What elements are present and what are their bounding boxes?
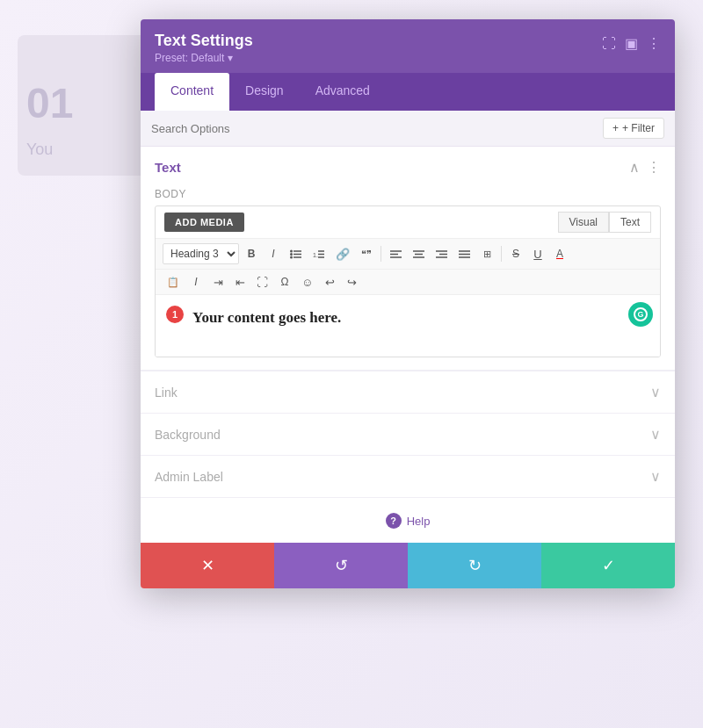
link-chevron-icon: ∨ — [650, 384, 661, 400]
expand-icon[interactable]: ⛶ — [602, 36, 616, 52]
modal-title-group: Text Settings Preset: Default ▾ — [155, 32, 253, 64]
font-color-button[interactable]: A — [550, 244, 569, 263]
filter-button[interactable]: + + Filter — [603, 118, 664, 139]
text-settings-modal: Text Settings Preset: Default ▾ ⛶ ▣ ⋮ Co… — [141, 19, 675, 588]
emoji-button[interactable]: ☺ — [297, 272, 317, 292]
special-chars-button[interactable]: Ω — [275, 272, 294, 292]
bg-number: 01 — [26, 79, 73, 127]
section-more-icon[interactable]: ⋮ — [647, 159, 661, 176]
link-button[interactable]: 🔗 — [331, 244, 354, 263]
background-chevron-icon: ∨ — [650, 426, 661, 443]
table-button[interactable]: ⊞ — [477, 244, 496, 263]
section-title: Text — [155, 160, 181, 175]
bold-button[interactable]: B — [242, 244, 261, 263]
background-label: Background — [155, 428, 221, 442]
editor-toolbar-row2: 📋 I ⇥ ⇤ ⛶ Ω ☺ ↩ ↪ — [156, 270, 660, 295]
help-section: ? Help — [141, 497, 675, 543]
editor-toolbar-row1: Heading 3 Heading 1 Heading 2 Paragraph … — [156, 239, 660, 270]
redo-footer-button[interactable]: ↻ — [408, 543, 541, 588]
modal-footer: ✕ ↺ ↻ ✓ — [141, 543, 675, 588]
search-bar: + + Filter — [141, 111, 675, 147]
blockquote-button[interactable]: ❝❞ — [357, 244, 376, 263]
help-button[interactable]: ? Help — [386, 513, 431, 529]
section-header-icons: ∧ ⋮ — [629, 159, 661, 176]
save-button[interactable]: ✓ — [541, 543, 675, 588]
admin-chevron-icon: ∨ — [650, 468, 661, 485]
toolbar-sep2 — [501, 246, 502, 262]
search-input[interactable] — [151, 122, 603, 135]
strikethrough-button[interactable]: S — [506, 244, 525, 263]
admin-label-section[interactable]: Admin Label ∨ — [141, 455, 675, 497]
tab-content[interactable]: Content — [155, 73, 229, 111]
paste-text-button[interactable]: 📋 — [163, 272, 184, 292]
italic-button[interactable]: I — [264, 244, 283, 263]
tab-advanced[interactable]: Advanced — [300, 73, 386, 111]
view-toggle: Visual Text — [558, 212, 651, 233]
admin-label: Admin Label — [155, 470, 223, 484]
modal-preset[interactable]: Preset: Default ▾ — [155, 52, 253, 64]
text-view-button[interactable]: Text — [609, 212, 651, 233]
modal-header: Text Settings Preset: Default ▾ ⛶ ▣ ⋮ — [141, 19, 675, 73]
bg-text: You — [26, 141, 53, 159]
svg-point-4 — [290, 256, 293, 258]
svg-point-2 — [290, 253, 293, 256]
fullscreen-button[interactable]: ⛶ — [252, 272, 272, 292]
heading-select[interactable]: Heading 3 Heading 1 Heading 2 Paragraph — [163, 243, 239, 264]
outdent-button[interactable]: ⇤ — [230, 272, 250, 292]
modal-title: Text Settings — [155, 32, 253, 50]
align-center-button[interactable] — [409, 244, 429, 263]
help-label: Help — [407, 515, 431, 528]
filter-label: + Filter — [622, 122, 655, 134]
visual-view-button[interactable]: Visual — [558, 212, 609, 233]
body-label: Body — [141, 188, 675, 205]
cancel-button[interactable]: ✕ — [141, 543, 274, 588]
columns-icon[interactable]: ▣ — [625, 35, 638, 52]
svg-text:1.: 1. — [313, 252, 318, 258]
add-media-button[interactable]: ADD MEDIA — [164, 213, 244, 232]
editor-content[interactable]: 1 Your content goes here. G — [156, 295, 660, 357]
grammarly-button[interactable]: G — [628, 302, 653, 327]
section-header: Text ∧ ⋮ — [141, 147, 675, 188]
filter-plus-icon: + — [612, 122, 619, 134]
text-section: Text ∧ ⋮ Body ADD MEDIA Visual Text — [141, 147, 675, 371]
justify-button[interactable] — [454, 244, 475, 263]
indent-button[interactable]: ⇥ — [208, 272, 228, 292]
background-section[interactable]: Background ∨ — [141, 413, 675, 455]
ordered-list-button[interactable]: 1. — [308, 244, 329, 263]
editor-top-bar: ADD MEDIA Visual Text — [156, 206, 660, 239]
tab-design[interactable]: Design — [229, 73, 300, 111]
more-icon[interactable]: ⋮ — [647, 35, 661, 52]
svg-point-0 — [290, 249, 293, 252]
grammarly-icon: G — [634, 307, 648, 321]
link-label: Link — [155, 386, 178, 400]
modal-tabs: Content Design Advanced — [141, 73, 675, 111]
editor-container: ADD MEDIA Visual Text Heading 3 Heading … — [155, 205, 661, 357]
undo-button[interactable]: ↩ — [320, 272, 339, 292]
link-section[interactable]: Link ∨ — [141, 371, 675, 413]
align-right-button[interactable] — [431, 244, 452, 263]
chevron-up-icon[interactable]: ∧ — [629, 159, 640, 176]
underline-button[interactable]: U — [528, 244, 547, 263]
redo-button[interactable]: ↪ — [342, 272, 361, 292]
unordered-list-button[interactable] — [286, 244, 306, 263]
toolbar-sep1 — [380, 246, 381, 262]
reset-button[interactable]: ↺ — [274, 543, 408, 588]
modal-header-icons: ⛶ ▣ ⋮ — [602, 35, 661, 52]
help-icon: ? — [386, 513, 402, 529]
align-left-button[interactable] — [386, 244, 406, 263]
italic2-button[interactable]: I — [186, 272, 206, 292]
editor-text[interactable]: Your content goes here. — [192, 309, 646, 327]
modal-body: Text ∧ ⋮ Body ADD MEDIA Visual Text — [141, 147, 675, 543]
step-indicator: 1 — [166, 306, 184, 323]
